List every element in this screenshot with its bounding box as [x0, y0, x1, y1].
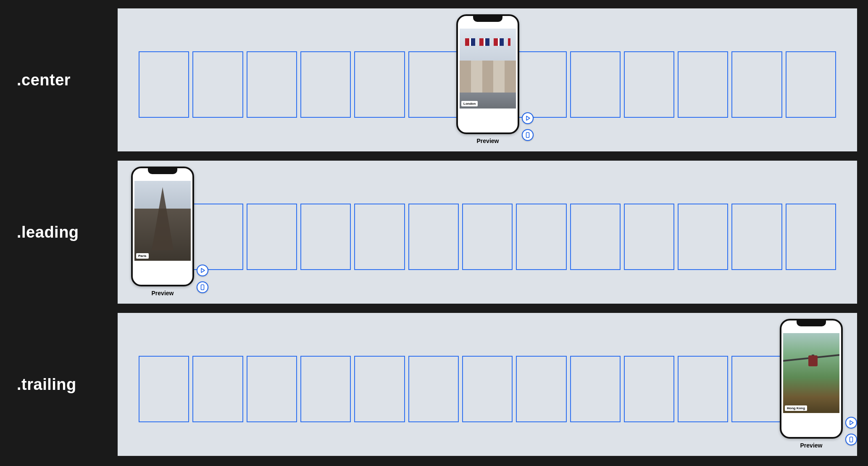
device-button[interactable]: [197, 281, 208, 293]
slot: [678, 51, 728, 118]
slot: [624, 204, 674, 270]
phone-frame: Hong Kong: [780, 319, 843, 439]
play-button[interactable]: [522, 112, 534, 124]
phone-notch: [797, 320, 826, 326]
slot-track-leading: [139, 204, 836, 270]
preview-button-column: [197, 265, 208, 293]
slot: [462, 204, 513, 270]
slot: [516, 51, 566, 118]
diagram-stage: .center: [0, 0, 868, 466]
phone-notch: [148, 167, 177, 174]
photo-paris: [134, 181, 191, 261]
slot: [678, 356, 728, 422]
device-icon: [849, 437, 854, 442]
phone-frame: Paris: [131, 167, 194, 286]
slot: [570, 356, 621, 422]
svg-marker-2: [201, 268, 205, 273]
svg-rect-1: [526, 132, 529, 138]
photo-caption: Hong Kong: [785, 405, 807, 411]
preview-label: Preview: [456, 138, 519, 144]
row-trailing: .trailing: [0, 313, 868, 456]
slot: [247, 356, 297, 422]
slot: [408, 204, 459, 270]
slot: [192, 204, 243, 270]
slot: [139, 51, 189, 118]
slot: [786, 204, 836, 270]
device-icon: [200, 284, 205, 290]
slot: [624, 51, 674, 118]
slot: [408, 51, 459, 118]
row-label-trailing: .trailing: [0, 376, 118, 394]
svg-marker-4: [850, 421, 853, 425]
phone-screen: [460, 29, 516, 109]
slot: [192, 51, 243, 118]
slot-track-trailing: [139, 356, 836, 422]
slot: [731, 356, 782, 422]
device-button[interactable]: [845, 434, 857, 445]
row-leading: .leading: [0, 161, 868, 304]
slot: [624, 356, 674, 422]
photo-hongkong: [783, 333, 839, 413]
preview-button-column: [845, 417, 857, 445]
row-label-center: .center: [0, 71, 118, 89]
panel-leading: Paris Preview: [118, 161, 857, 304]
svg-rect-3: [201, 285, 204, 290]
slot: [247, 204, 297, 270]
slot: [300, 51, 351, 118]
preview-label: Preview: [131, 290, 194, 297]
play-button[interactable]: [845, 417, 857, 429]
slot: [192, 356, 243, 422]
preview-label: Preview: [780, 442, 843, 449]
photo-london: [460, 29, 516, 109]
device-button[interactable]: [522, 129, 534, 141]
phone-screen: [783, 333, 839, 413]
photo-caption: London: [461, 101, 478, 106]
slot: [247, 51, 297, 118]
slot: [516, 356, 566, 422]
play-button[interactable]: [197, 265, 208, 276]
slot: [354, 356, 405, 422]
phone-preview-trailing: Hong Kong Preview: [780, 319, 843, 449]
slot: [354, 204, 405, 270]
row-center: .center: [0, 8, 868, 151]
svg-rect-5: [850, 437, 853, 442]
slot: [354, 51, 405, 118]
slot: [516, 204, 566, 270]
slot: [300, 204, 351, 270]
slot: [139, 356, 189, 422]
phone-preview-leading: Paris Preview: [131, 167, 194, 297]
phone-preview-center: London Preview: [456, 14, 519, 144]
device-icon: [525, 132, 530, 138]
slot: [570, 204, 621, 270]
preview-button-column: [522, 112, 534, 141]
play-icon: [525, 116, 530, 121]
photo-caption: Paris: [136, 253, 149, 259]
slot: [462, 356, 513, 422]
slot: [731, 51, 782, 118]
play-icon: [849, 420, 854, 425]
row-label-leading: .leading: [0, 223, 118, 241]
svg-marker-0: [526, 116, 530, 120]
slot: [300, 356, 351, 422]
slot: [731, 204, 782, 270]
panel-center: London Preview: [118, 8, 857, 151]
slot: [786, 51, 836, 118]
phone-frame: London: [456, 14, 519, 134]
slot: [408, 356, 459, 422]
slot: [678, 204, 728, 270]
phone-notch: [473, 15, 502, 22]
phone-screen: [134, 181, 191, 261]
panel-trailing: Hong Kong Preview: [118, 313, 857, 456]
play-icon: [200, 268, 205, 273]
slot: [570, 51, 621, 118]
